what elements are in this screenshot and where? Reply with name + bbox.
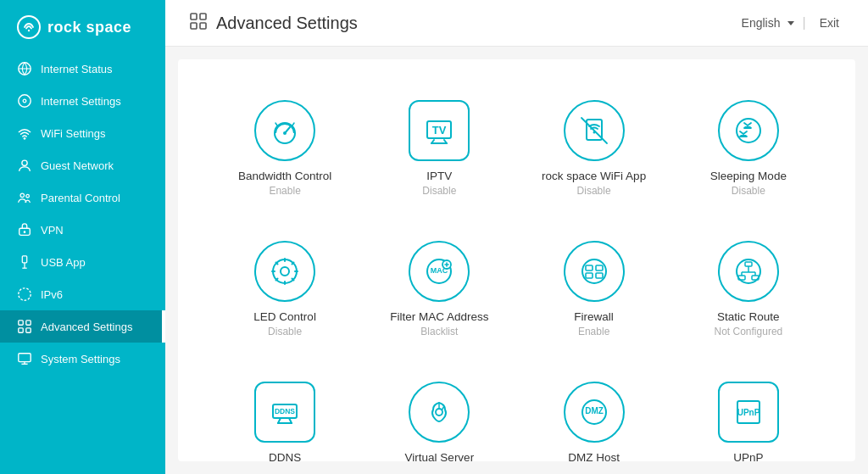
card-dmz-host[interactable]: DMZ DMZ Host Disable <box>521 366 667 461</box>
svg-rect-56 <box>586 273 593 278</box>
card-ddns[interactable]: DDNS DDNS Disable <box>212 366 358 461</box>
svg-point-39 <box>281 267 289 276</box>
card-bandwidth-control[interactable]: Bandwidth Control Enable <box>212 85 358 209</box>
svg-rect-22 <box>191 14 197 20</box>
sidebar-item-internet-settings[interactable]: Internet Settings <box>0 85 165 117</box>
iptv-icon-wrap: TV <box>409 100 470 161</box>
ddns-icon-wrap: DDNS <box>254 382 315 443</box>
sidebar-label: VPN <box>41 224 64 237</box>
cards-grid: Bandwidth Control Enable TV IPTV Disable <box>212 85 821 461</box>
svg-line-46 <box>292 263 294 265</box>
sidebar-label: Internet Status <box>41 63 113 75</box>
led-control-icon-wrap <box>254 241 315 302</box>
card-label: LED Control <box>253 310 316 323</box>
chevron-down-icon <box>787 21 794 25</box>
card-label: rock space WiFi App <box>542 170 646 182</box>
sidebar-item-parental-control[interactable]: Parental Control <box>0 181 165 214</box>
card-label: DDNS <box>269 451 301 461</box>
card-label: Sleeping Mode <box>710 170 787 182</box>
svg-rect-11 <box>22 256 26 263</box>
language-label: English <box>742 16 781 30</box>
sidebar-item-ipv6[interactable]: IPv6 <box>0 278 165 310</box>
sidebar-item-vpn[interactable]: VPN <box>0 214 165 246</box>
sidebar-label: System Settings <box>41 353 120 365</box>
dmz-host-icon-wrap: DMZ <box>564 382 625 443</box>
card-label: UPnP <box>733 451 763 461</box>
svg-rect-23 <box>200 14 206 20</box>
sidebar-label: USB App <box>41 256 86 269</box>
svg-point-6 <box>22 160 27 165</box>
sidebar-item-advanced-settings[interactable]: Advanced Settings <box>0 310 165 343</box>
header-right: English | Exit <box>742 14 844 31</box>
card-status: Not Configured <box>715 326 783 337</box>
sidebar-item-wifi-settings[interactable]: WiFi Settings <box>0 117 165 149</box>
filter-mac-icon-wrap: MAC <box>409 241 470 302</box>
sleeping-mode-icon-wrap <box>718 100 779 161</box>
svg-line-45 <box>292 279 294 281</box>
card-label: Static Route <box>717 310 780 323</box>
card-firewall[interactable]: Firewall Enable <box>521 226 667 349</box>
card-wifi-app[interactable]: rock space WiFi App Disable <box>521 85 667 209</box>
language-selector[interactable]: English <box>742 16 794 30</box>
content-area: Bandwidth Control Enable TV IPTV Disable <box>178 59 855 461</box>
sidebar-item-guest-network[interactable]: Guest Network <box>0 149 165 181</box>
virtual-server-icon-wrap <box>409 382 470 443</box>
card-upnp[interactable]: UPnP UPnP Enable <box>676 366 821 461</box>
page-title: Advanced Settings <box>216 14 358 33</box>
sidebar-item-usb-app[interactable]: USB App <box>0 246 165 278</box>
svg-point-53 <box>582 259 606 283</box>
sidebar-label: WiFi Settings <box>41 127 106 140</box>
static-route-icon-wrap <box>718 241 779 302</box>
svg-point-4 <box>23 99 26 103</box>
card-led-control[interactable]: LED Control Disable <box>212 226 358 349</box>
svg-rect-16 <box>26 321 31 325</box>
svg-line-73 <box>442 406 444 410</box>
svg-rect-25 <box>200 23 206 29</box>
sidebar-item-internet-status[interactable]: Internet Status <box>0 53 165 85</box>
upnp-icon-wrap: UPnP <box>718 382 779 443</box>
svg-rect-59 <box>745 262 752 266</box>
bandwidth-control-icon-wrap <box>254 100 315 161</box>
card-status: Blacklist <box>420 326 458 337</box>
sidebar-label: IPv6 <box>41 288 63 301</box>
main-area: Advanced Settings English | Exit <box>165 0 868 474</box>
sidebar: rock space Internet Status Internet Sett… <box>0 0 165 474</box>
card-static-route[interactable]: Static Route Not Configured <box>676 226 821 349</box>
svg-line-44 <box>276 263 278 265</box>
svg-rect-18 <box>26 328 31 332</box>
card-virtual-server[interactable]: Virtual Server Not Configured <box>366 366 512 461</box>
card-label: Bandwidth Control <box>238 170 331 182</box>
logo-icon <box>17 15 41 39</box>
sidebar-label: Parental Control <box>41 192 120 204</box>
svg-point-3 <box>19 95 31 107</box>
sidebar-label: Internet Settings <box>41 95 121 108</box>
header-grid-icon <box>189 12 208 34</box>
card-status: Disable <box>422 185 456 197</box>
separator: | <box>803 15 806 31</box>
card-label: IPTV <box>426 170 452 182</box>
card-iptv[interactable]: TV IPTV Disable <box>366 85 512 209</box>
card-status: Disable <box>577 185 611 197</box>
svg-point-7 <box>20 193 25 198</box>
svg-point-14 <box>19 288 31 300</box>
sidebar-item-system-settings[interactable]: System Settings <box>0 343 165 375</box>
card-filter-mac[interactable]: MAC Filter MAC Address Blacklist <box>366 226 512 349</box>
card-status: Disable <box>732 185 765 197</box>
card-label: Virtual Server <box>405 451 475 461</box>
exit-button[interactable]: Exit <box>815 14 844 31</box>
svg-rect-15 <box>19 321 23 325</box>
header-left: Advanced Settings <box>189 12 358 34</box>
logo-area: rock space <box>0 0 165 53</box>
svg-rect-24 <box>191 23 197 29</box>
header: Advanced Settings English | Exit <box>165 0 868 47</box>
svg-text:DMZ: DMZ <box>585 406 604 415</box>
card-label: Filter MAC Address <box>390 310 488 323</box>
card-sleeping-mode[interactable]: Sleeping Mode Disable <box>676 85 821 209</box>
svg-point-5 <box>24 137 26 140</box>
svg-rect-55 <box>596 265 603 270</box>
card-label: Firewall <box>574 310 614 323</box>
svg-point-8 <box>26 194 30 198</box>
svg-rect-19 <box>19 354 31 362</box>
card-status: Enable <box>269 185 300 197</box>
svg-point-37 <box>737 119 760 142</box>
